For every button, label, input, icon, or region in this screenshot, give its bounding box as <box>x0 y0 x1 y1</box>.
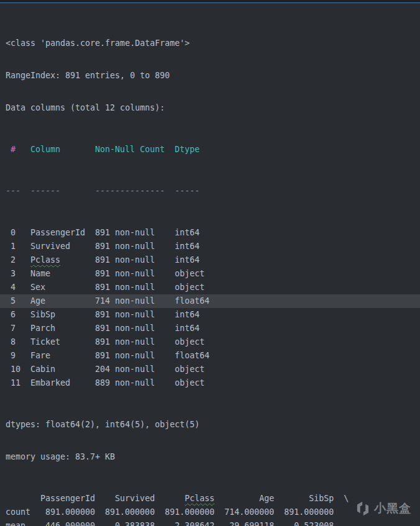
info-table-row: 5Age714 non-nullfloat64 <box>0 294 420 308</box>
dtype-cell: object <box>175 281 209 294</box>
dtype-cell: float64 <box>175 294 209 308</box>
memory-usage-line: memory usage: 83.7+ KB <box>6 450 420 464</box>
describe-column-header: SibSp <box>274 492 334 506</box>
dtype-cell: object <box>175 267 209 281</box>
column-name-text: PassengerId <box>30 228 85 237</box>
stat-value-cell: 0.383838 <box>95 519 155 526</box>
stat-label-cell: mean <box>6 519 30 526</box>
dtype-cell: object <box>175 376 209 390</box>
non-null-count-cell: 714 non-null <box>95 294 175 308</box>
column-name-cell: Cabin <box>30 363 95 376</box>
info-table-row: 2Pclass891 non-nullint64 <box>6 253 420 267</box>
describe-column-header-text: SibSp <box>309 494 334 503</box>
non-null-count-cell: 204 non-null <box>95 363 175 376</box>
column-name-text: Age <box>30 296 45 306</box>
column-name-cell: Ticket <box>30 335 95 349</box>
row-index-cell: 4 <box>6 281 30 294</box>
dtype-cell: int64 <box>175 226 209 240</box>
dtype-cell: int64 <box>175 308 209 322</box>
stat-value-cell: 714.000000 <box>214 506 274 519</box>
column-name-text: Name <box>30 269 50 278</box>
row-index-cell: 7 <box>6 322 30 335</box>
xiaoheihe-logo-icon <box>355 501 371 517</box>
info-table-row: 0PassengerId891 non-nullint64 <box>6 226 420 240</box>
row-index-cell: 3 <box>6 267 30 281</box>
range-index-line: RangeIndex: 891 entries, 0 to 890 <box>6 69 420 83</box>
describe-row: mean446.0000000.3838382.30864229.6991180… <box>6 519 420 526</box>
dtype-cell: int64 <box>175 322 209 335</box>
info-table-row: 6SibSp891 non-nullint64 <box>6 308 420 322</box>
describe-column-header-text: Survived <box>115 494 155 503</box>
column-name-text: SibSp <box>30 310 55 319</box>
separator-index: --- <box>6 184 30 198</box>
stat-value-cell: 891.000000 <box>274 506 334 519</box>
describe-column-header: Survived <box>95 492 155 506</box>
non-null-count-cell: 891 non-null <box>95 308 175 322</box>
watermark: 小黑盒 <box>355 501 411 517</box>
dataframe-class-line: <class 'pandas.core.frame.DataFrame'> <box>6 37 420 50</box>
info-table-header: #ColumnNon-Null CountDtype <box>6 143 420 156</box>
stat-label-cell: count <box>6 506 30 519</box>
non-null-count-cell: 891 non-null <box>95 226 175 240</box>
column-name-text: Survived <box>30 242 70 251</box>
row-index-cell: 8 <box>6 335 30 349</box>
row-index-cell: 10 <box>6 363 30 376</box>
info-table-row: 3Name891 non-nullobject <box>6 267 420 281</box>
column-name-cell: Embarked <box>30 376 95 390</box>
column-name-cell: Sex <box>30 281 95 294</box>
column-name-text: Pclass <box>30 255 60 265</box>
row-index-cell: 11 <box>6 376 30 390</box>
non-null-count-cell: 891 non-null <box>95 335 175 349</box>
non-null-count-cell: 891 non-null <box>95 240 175 253</box>
column-name-cell: Age <box>30 294 95 308</box>
row-index-cell: 5 <box>6 294 30 308</box>
stat-value-cell: 29.699118 <box>214 519 274 526</box>
header-index: # <box>6 143 30 156</box>
non-null-count-cell: 891 non-null <box>95 322 175 335</box>
describe-column-header: Pclass <box>155 492 214 506</box>
dtype-cell: float64 <box>175 349 209 363</box>
console-output[interactable]: <class 'pandas.core.frame.DataFrame'> Ra… <box>0 3 420 526</box>
column-name-cell: Pclass <box>30 253 95 267</box>
stat-value-cell: 0.523008 <box>274 519 334 526</box>
column-name-cell: Survived <box>30 240 95 253</box>
column-name-cell: PassengerId <box>30 226 95 240</box>
header-dtype: Dtype <box>175 143 209 156</box>
header-column: Column <box>30 143 95 156</box>
stat-value-cell: 446.000000 <box>30 519 95 526</box>
describe-column-header-text: PassengerId <box>40 494 95 503</box>
non-null-count-cell: 889 non-null <box>95 376 175 390</box>
data-columns-line: Data columns (total 12 columns): <box>6 101 420 115</box>
describe-column-header-text: Pclass <box>185 494 214 503</box>
stat-value-cell: 891.000000 <box>155 506 214 519</box>
column-name-text: Fare <box>30 351 50 360</box>
separator-non-null: -------------- <box>95 184 175 198</box>
info-table-row: 9Fare891 non-nullfloat64 <box>6 349 420 363</box>
non-null-count-cell: 891 non-null <box>95 281 175 294</box>
stat-value-cell: 891.000000 <box>95 506 155 519</box>
info-table-row: 8Ticket891 non-nullobject <box>6 335 420 349</box>
non-null-count-cell: 891 non-null <box>95 253 175 267</box>
separator-dtype: ----- <box>175 184 209 198</box>
info-table-row: 11Embarked889 non-nullobject <box>6 376 420 390</box>
line-continuation: \ <box>334 494 349 503</box>
row-index-cell: 9 <box>6 349 30 363</box>
separator-column: ------ <box>30 184 95 198</box>
row-index-cell: 2 <box>6 253 30 267</box>
column-name-cell: Name <box>30 267 95 281</box>
non-null-count-cell: 891 non-null <box>95 267 175 281</box>
row-index-cell: 0 <box>6 226 30 240</box>
column-name-text: Cabin <box>30 365 55 374</box>
describe-column-header-text: Age <box>259 494 274 503</box>
info-table-row: 7Parch891 non-nullint64 <box>6 322 420 335</box>
describe-column-header: PassengerId <box>30 492 95 506</box>
column-name-cell: Parch <box>30 322 95 335</box>
column-name-text: Embarked <box>30 378 70 388</box>
column-name-cell: Fare <box>30 349 95 363</box>
dtype-cell: object <box>175 363 209 376</box>
header-non-null-count: Non-Null Count <box>95 143 175 156</box>
stat-value-cell: 2.308642 <box>155 519 214 526</box>
stat-value-cell: 891.000000 <box>30 506 95 519</box>
row-index-cell: 1 <box>6 240 30 253</box>
info-table-separator: ---------------------------- <box>6 184 420 198</box>
